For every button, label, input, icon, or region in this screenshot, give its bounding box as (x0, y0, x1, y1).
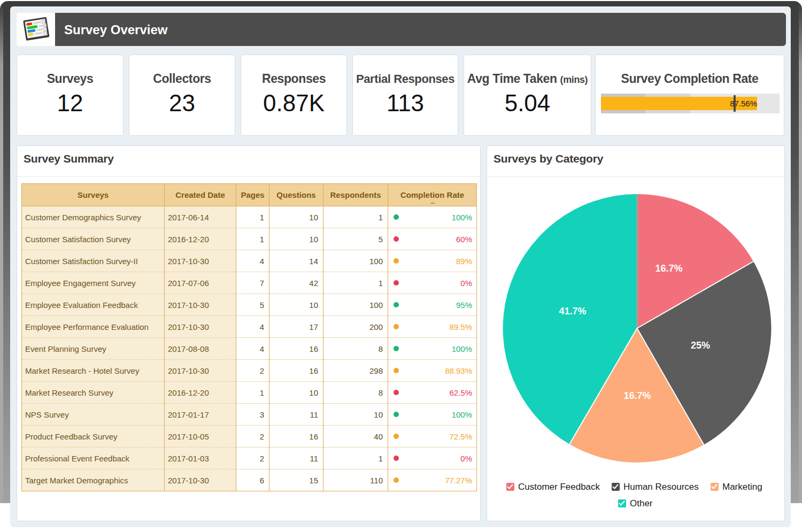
svg-text:41.7%: 41.7% (559, 306, 586, 317)
svg-text:16.7%: 16.7% (623, 390, 651, 401)
svg-text:16.7%: 16.7% (655, 263, 682, 274)
svg-text:25%: 25% (691, 340, 710, 351)
